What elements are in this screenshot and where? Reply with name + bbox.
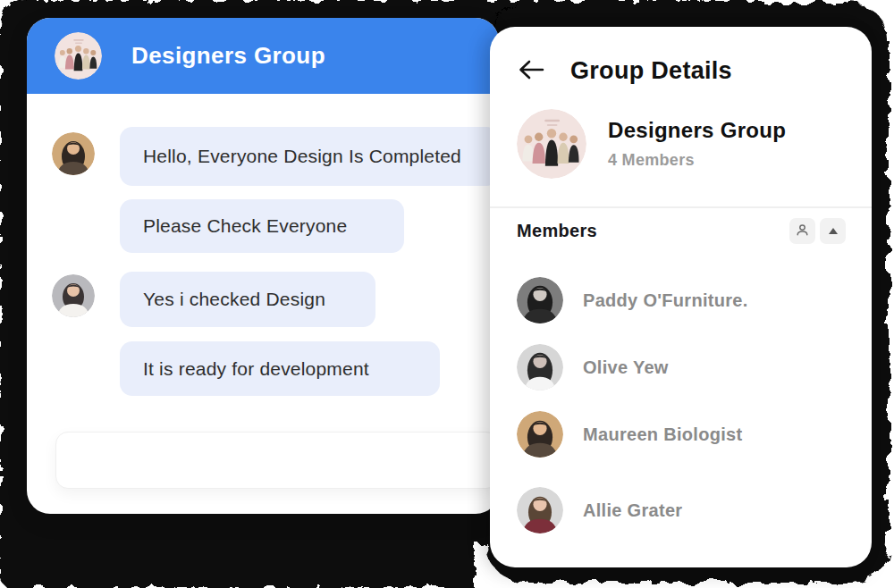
member-avatar (517, 411, 563, 458)
sender-avatar (52, 274, 95, 317)
message-input[interactable] (55, 432, 499, 489)
back-arrow-icon (517, 58, 545, 84)
member-avatar (517, 487, 563, 533)
chat-bubble: Please Check Everyone (120, 199, 404, 253)
group-members-count: 4 Members (608, 151, 786, 170)
back-button[interactable] (517, 58, 547, 85)
add-member-button[interactable] (789, 218, 815, 244)
group-info-row: Designers Group 4 Members (517, 109, 786, 179)
divider (490, 206, 872, 208)
chat-bubble: Yes i checked Design (120, 272, 375, 327)
collapse-members-button[interactable] (820, 218, 846, 244)
member-row[interactable]: Allie Grater (517, 487, 682, 533)
chat-panel: Designers Group Hello, Everyone Design I… (27, 18, 499, 514)
members-heading: Members (517, 221, 597, 241)
group-info-text: Designers Group 4 Members (608, 118, 786, 170)
member-row[interactable]: Olive Yew (517, 344, 669, 391)
member-row[interactable]: Maureen Biologist (517, 411, 742, 458)
chat-bubble: Hello, Everyone Design Is Completed (120, 127, 499, 186)
group-avatar-large (517, 109, 586, 179)
member-name: Maureen Biologist (583, 424, 742, 445)
member-name: Allie Grater (583, 500, 682, 521)
member-name: Paddy O'Furniture. (583, 290, 748, 311)
group-details-panel: Group Details Designers Group 4 Members (490, 27, 872, 567)
details-header: Group Details (517, 57, 732, 85)
person-icon (795, 223, 810, 240)
chat-title: Designers Group (131, 42, 325, 70)
member-name: Olive Yew (583, 357, 669, 378)
sender-avatar (52, 132, 95, 175)
member-avatar (517, 277, 563, 323)
chat-bubble: It is ready for development (120, 341, 440, 396)
group-avatar (55, 32, 102, 80)
member-avatar (517, 344, 563, 391)
member-row[interactable]: Paddy O'Furniture. (517, 277, 748, 323)
group-name: Designers Group (608, 118, 786, 143)
app-canvas: Designers Group Hello, Everyone Design I… (0, 0, 894, 588)
details-title: Group Details (570, 57, 732, 85)
chat-header: Designers Group (27, 18, 499, 94)
caret-up-icon (829, 228, 838, 234)
